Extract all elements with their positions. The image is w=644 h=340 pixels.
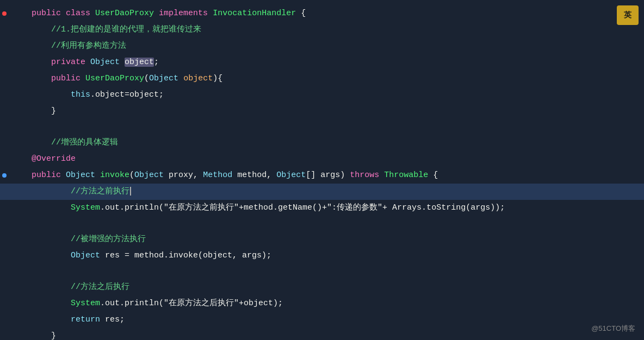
code-editor: public class UserDaoProxy implements Inv… bbox=[0, 0, 644, 340]
code-line bbox=[0, 264, 644, 279]
code-line: } bbox=[0, 103, 644, 119]
watermark: @51CTO博客 bbox=[591, 324, 635, 333]
code-line: Object res = method.invoke(object, args)… bbox=[0, 248, 644, 264]
code-line: this.object=object; bbox=[0, 87, 644, 103]
code-line: System.out.println("在原方法之前执行"+method.get… bbox=[0, 200, 644, 216]
code-line: private Object object; bbox=[0, 54, 644, 71]
code-line: //方法之后执行 bbox=[0, 279, 644, 295]
code-content: //增强的具体逻辑 bbox=[26, 135, 644, 150]
code-line: public UserDaoProxy(Object object){ bbox=[0, 71, 644, 87]
code-content: this.object=object; bbox=[26, 87, 644, 103]
code-content: @Override bbox=[26, 152, 644, 167]
code-content: return res; bbox=[26, 312, 644, 328]
code-content: System.out.println("在原方法之后执行"+object); bbox=[26, 296, 644, 311]
code-content: } bbox=[26, 104, 644, 119]
code-content: public Object invoke(Object proxy, Metho… bbox=[26, 168, 644, 183]
code-line: //方法之前执行 bbox=[0, 184, 644, 200]
code-line: //1.把创建的是谁的代理，就把谁传过来 bbox=[0, 22, 644, 38]
code-content: //方法之前执行 bbox=[26, 184, 644, 199]
gutter-dot bbox=[2, 173, 7, 178]
code-content: public class UserDaoProxy implements Inv… bbox=[26, 6, 644, 21]
code-content: //被增强的方法执行 bbox=[26, 232, 644, 247]
code-content: private Object object; bbox=[26, 55, 644, 70]
code-content: public UserDaoProxy(Object object){ bbox=[26, 71, 644, 86]
code-line: public class UserDaoProxy implements Inv… bbox=[0, 5, 644, 22]
code-line: //被增强的方法执行 bbox=[0, 231, 644, 248]
text-cursor bbox=[130, 187, 131, 196]
code-line: @Override bbox=[0, 151, 644, 167]
code-line: //利用有参构造方法 bbox=[0, 38, 644, 54]
translate-button[interactable]: 英 bbox=[617, 5, 639, 25]
code-content: //方法之后执行 bbox=[26, 280, 644, 295]
code-content: Object res = method.invoke(object, args)… bbox=[26, 248, 644, 263]
code-content: } bbox=[26, 329, 644, 340]
code-line: } bbox=[0, 328, 644, 340]
code-content: //1.把创建的是谁的代理，就把谁传过来 bbox=[26, 22, 644, 37]
code-content: System.out.println("在原方法之前执行"+method.get… bbox=[26, 200, 644, 216]
code-line: //增强的具体逻辑 bbox=[0, 135, 644, 151]
breakpoint-dot bbox=[2, 11, 7, 16]
code-line: System.out.println("在原方法之后执行"+object); bbox=[0, 295, 644, 312]
code-line: return res; bbox=[0, 312, 644, 328]
code-line bbox=[0, 216, 644, 231]
code-line bbox=[0, 119, 644, 135]
code-line: public Object invoke(Object proxy, Metho… bbox=[0, 167, 644, 184]
code-content: //利用有参构造方法 bbox=[26, 39, 644, 54]
